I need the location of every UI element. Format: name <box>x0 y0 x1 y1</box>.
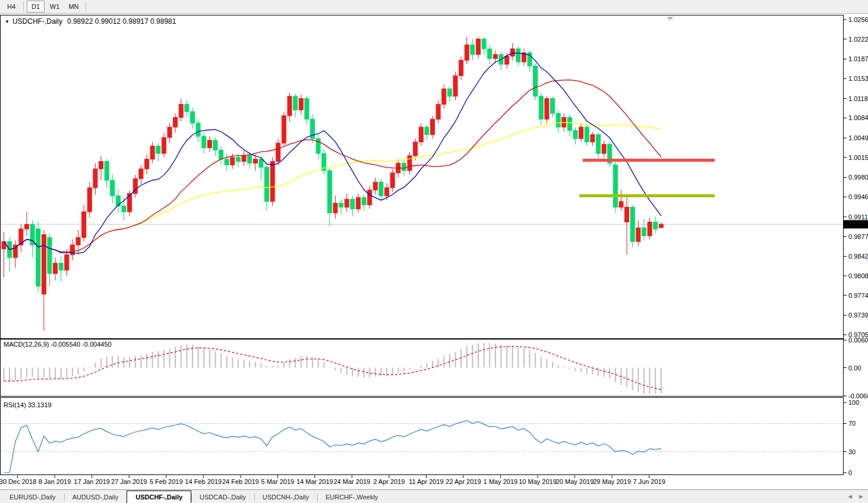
svg-text:0.97740: 0.97740 <box>848 292 868 299</box>
svg-text:11 Apr 2019: 11 Apr 2019 <box>409 478 444 485</box>
tab-usdcad-daily[interactable]: USDCAD-,Daily <box>191 492 254 503</box>
svg-text:0.98080: 0.98080 <box>848 272 868 279</box>
svg-text:1.01530: 1.01530 <box>848 75 868 82</box>
rsi-axis-label: 100 <box>848 399 859 406</box>
svg-text:7 Jun 2019: 7 Jun 2019 <box>633 478 665 485</box>
mt4-window: H4D1W1MN 1.025601.022201.018701.015301.0… <box>0 0 868 503</box>
rsi-axis-label: 30 <box>848 448 856 455</box>
rsi-indicator-label: RSI(14) 33.1319 <box>4 401 52 408</box>
svg-text:0.98770: 0.98770 <box>848 233 868 240</box>
svg-text:1.02560: 1.02560 <box>848 16 868 23</box>
chart-tab-bar: EURUSD-,DailyAUDUSD-,DailyUSDCHF-,DailyU… <box>0 489 868 503</box>
toolbar-separator <box>23 1 24 12</box>
tab-scroll-arrows: ◀ ▶ <box>848 493 863 499</box>
macd-axis-label: 0.006058 <box>848 337 868 344</box>
svg-text:24 Mar 2019: 24 Mar 2019 <box>333 478 370 485</box>
svg-text:10 May 2019: 10 May 2019 <box>519 478 557 485</box>
ohlc-values: 0.98922 0.99012 0.98917 0.98981 <box>67 17 176 26</box>
svg-text:1.00490: 1.00490 <box>848 134 868 142</box>
tab-audusd-daily[interactable]: AUDUSD-,Daily <box>64 492 127 503</box>
svg-text:1.00150: 1.00150 <box>848 154 868 161</box>
svg-text:22 Apr 2019: 22 Apr 2019 <box>446 478 481 485</box>
svg-text:0.97390: 0.97390 <box>848 312 868 319</box>
symbol-dropdown-icon[interactable]: ▼ <box>5 19 10 24</box>
tab-usdcnh-daily[interactable]: USDCNH-,Daily <box>254 492 317 503</box>
svg-text:0.98420: 0.98420 <box>848 253 868 260</box>
rsi-axis-label: 70 <box>848 420 856 427</box>
macd-axis-label: 0.00 <box>848 364 861 372</box>
svg-text:1 May 2019: 1 May 2019 <box>484 478 517 485</box>
svg-text:17 Jan 2019: 17 Jan 2019 <box>74 478 110 485</box>
svg-text:0.99460: 0.99460 <box>848 193 868 200</box>
symbol-period-label: USDCHF-,Daily <box>12 17 62 26</box>
svg-text:0.99800: 0.99800 <box>848 174 868 181</box>
period-button-d1[interactable]: D1 <box>27 1 45 12</box>
tab-eurusd-daily[interactable]: EURUSD-,Daily <box>1 492 64 503</box>
toolbar-separator <box>86 1 86 12</box>
period-button-w1[interactable]: W1 <box>46 1 64 12</box>
period-button-h4[interactable]: H4 <box>2 1 20 12</box>
chart-title: ▼USDCHF-,Daily0.98922 0.99012 0.98917 0.… <box>5 17 176 26</box>
svg-text:24 Feb 2019: 24 Feb 2019 <box>222 478 259 485</box>
svg-text:8 Jan 2019: 8 Jan 2019 <box>39 478 71 485</box>
svg-text:0.98981: 0.98981 <box>845 221 868 228</box>
chart-canvas[interactable]: 1.025601.022201.018701.015301.011801.008… <box>0 14 868 489</box>
svg-text:30 Dec 2018: 30 Dec 2018 <box>0 478 36 485</box>
svg-text:29 May 2019: 29 May 2019 <box>593 478 631 485</box>
tab-eurchf-weekly[interactable]: EURCHF-,Weekly <box>317 492 386 503</box>
svg-text:1.01870: 1.01870 <box>848 55 868 62</box>
tab-usdchf-daily[interactable]: USDCHF-,Daily <box>127 491 191 503</box>
macd-indicator-label: MACD(12,26,9) -0.005540 -0.004450 <box>4 341 112 348</box>
svg-text:1.01180: 1.01180 <box>848 95 868 102</box>
tab-scroll-right-icon[interactable]: ▶ <box>859 493 863 499</box>
svg-text:5 Feb 2019: 5 Feb 2019 <box>150 478 183 485</box>
rsi-axis-label: 0 <box>848 469 852 476</box>
svg-text:0.99110: 0.99110 <box>848 213 868 221</box>
tab-scroll-left-icon[interactable]: ◀ <box>848 493 852 499</box>
period-toolbar: H4D1W1MN <box>0 0 868 14</box>
svg-text:27 Jan 2019: 27 Jan 2019 <box>111 478 147 485</box>
svg-text:1.02220: 1.02220 <box>848 36 868 43</box>
svg-text:14 Feb 2019: 14 Feb 2019 <box>185 478 222 485</box>
svg-text:14 Mar 2019: 14 Mar 2019 <box>296 478 333 485</box>
svg-text:1.00840: 1.00840 <box>848 114 868 121</box>
svg-text:2 Apr 2019: 2 Apr 2019 <box>373 478 405 485</box>
svg-text:20 May 2019: 20 May 2019 <box>556 478 594 485</box>
period-button-mn[interactable]: MN <box>65 1 83 12</box>
svg-text:5 Mar 2019: 5 Mar 2019 <box>261 478 294 485</box>
